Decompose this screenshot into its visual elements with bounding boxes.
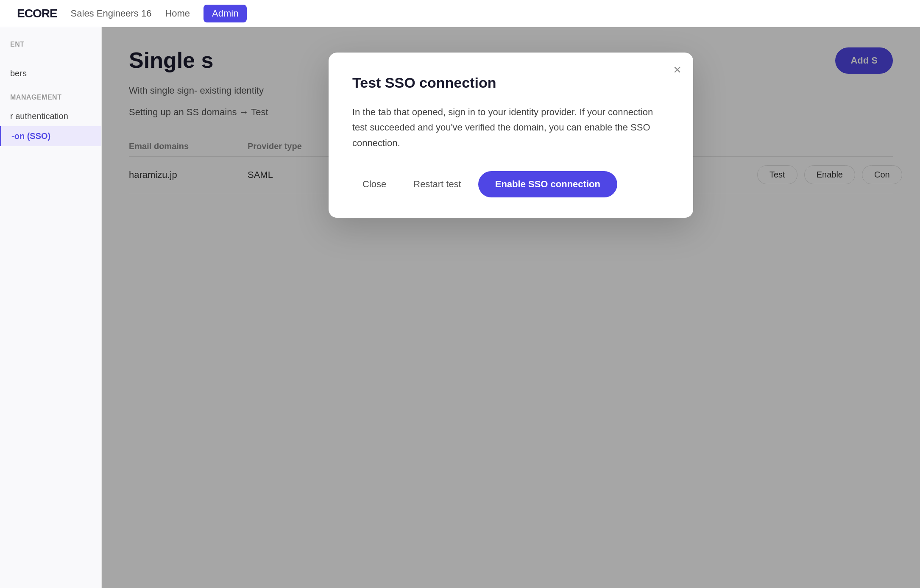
sidebar: ENT bers MANAGEMENT r authentication -on… <box>0 27 102 588</box>
modal-enable-button[interactable]: Enable SSO connection <box>478 171 617 197</box>
modal-close-icon[interactable]: × <box>673 63 681 76</box>
main-content: Single s With single sign- existing iden… <box>102 27 920 588</box>
modal-body: In the tab that opened, sign in to your … <box>352 105 669 151</box>
org-name: Sales Engineers 16 <box>71 8 152 19</box>
modal-actions: Close Restart test Enable SSO connection <box>352 171 669 197</box>
modal-close-button[interactable]: Close <box>352 172 396 197</box>
nav-home[interactable]: Home <box>165 8 190 19</box>
modal-overlay: × Test SSO connection In the tab that op… <box>102 27 920 588</box>
sidebar-section-management: MANAGEMENT <box>0 94 101 101</box>
sidebar-item-sso[interactable]: -on (SSO) <box>0 126 101 146</box>
logo: ECORE <box>17 7 57 20</box>
topnav: ECORE Sales Engineers 16 Home Admin <box>0 0 920 27</box>
modal-restart-button[interactable]: Restart test <box>403 172 471 197</box>
modal-title: Test SSO connection <box>352 75 669 91</box>
nav-admin[interactable]: Admin <box>204 5 247 22</box>
sidebar-item-members[interactable]: bers <box>0 64 101 83</box>
modal: × Test SSO connection In the tab that op… <box>329 53 693 218</box>
sidebar-item-authentication[interactable]: r authentication <box>0 106 101 126</box>
sidebar-section-ent: ENT <box>0 41 101 48</box>
